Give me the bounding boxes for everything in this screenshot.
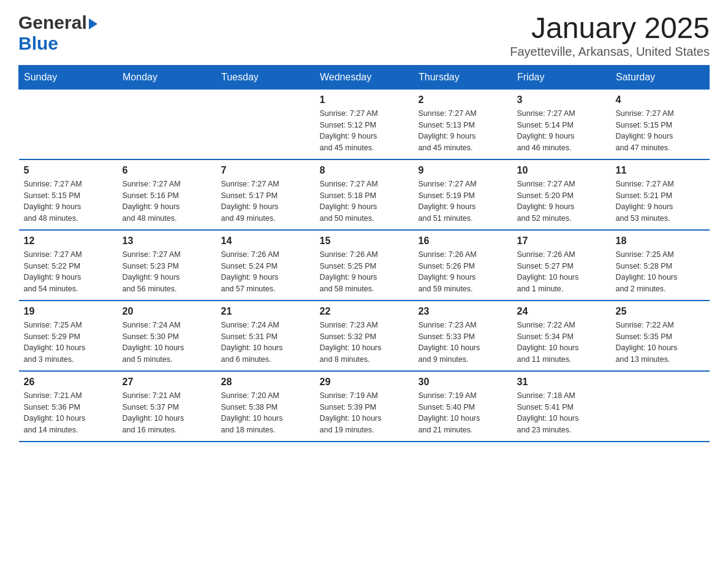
- day-info: Sunrise: 7:27 AM Sunset: 5:17 PM Dayligh…: [221, 178, 310, 224]
- calendar-cell: 15Sunrise: 7:26 AM Sunset: 5:25 PM Dayli…: [315, 230, 414, 301]
- calendar-cell: 7Sunrise: 7:27 AM Sunset: 5:17 PM Daylig…: [216, 159, 315, 230]
- calendar-week-row: 5Sunrise: 7:27 AM Sunset: 5:15 PM Daylig…: [19, 159, 710, 230]
- day-number: 19: [24, 306, 113, 317]
- calendar-cell: [216, 89, 315, 159]
- day-info: Sunrise: 7:27 AM Sunset: 5:14 PM Dayligh…: [517, 108, 606, 154]
- calendar-cell: 6Sunrise: 7:27 AM Sunset: 5:16 PM Daylig…: [118, 159, 216, 230]
- day-of-week-header: Friday: [512, 65, 611, 89]
- day-info: Sunrise: 7:23 AM Sunset: 5:32 PM Dayligh…: [320, 320, 409, 366]
- day-info: Sunrise: 7:25 AM Sunset: 5:28 PM Dayligh…: [616, 249, 705, 295]
- day-number: 24: [517, 306, 606, 317]
- day-number: 12: [24, 236, 113, 247]
- calendar-cell: 14Sunrise: 7:26 AM Sunset: 5:24 PM Dayli…: [216, 230, 315, 301]
- day-number: 13: [123, 236, 211, 247]
- calendar-cell: 3Sunrise: 7:27 AM Sunset: 5:14 PM Daylig…: [512, 89, 611, 159]
- calendar-week-row: 12Sunrise: 7:27 AM Sunset: 5:22 PM Dayli…: [19, 230, 710, 301]
- day-number: 15: [320, 236, 409, 247]
- calendar-cell: 8Sunrise: 7:27 AM Sunset: 5:18 PM Daylig…: [315, 159, 414, 230]
- calendar-subtitle: Fayetteville, Arkansas, United States: [510, 45, 710, 59]
- day-number: 14: [221, 236, 310, 247]
- logo-general-text: General: [18, 12, 87, 33]
- calendar-table: SundayMondayTuesdayWednesdayThursdayFrid…: [18, 65, 710, 442]
- day-number: 6: [123, 165, 211, 176]
- day-info: Sunrise: 7:27 AM Sunset: 5:23 PM Dayligh…: [123, 249, 211, 295]
- day-number: 2: [419, 94, 507, 105]
- day-number: 29: [320, 377, 409, 388]
- calendar-cell: 29Sunrise: 7:19 AM Sunset: 5:39 PM Dayli…: [315, 371, 414, 442]
- day-of-week-header: Monday: [118, 65, 216, 89]
- day-info: Sunrise: 7:27 AM Sunset: 5:16 PM Dayligh…: [123, 178, 211, 224]
- day-info: Sunrise: 7:27 AM Sunset: 5:19 PM Dayligh…: [419, 178, 507, 224]
- day-of-week-header: Thursday: [414, 65, 512, 89]
- calendar-cell: [611, 371, 710, 442]
- calendar-cell: 22Sunrise: 7:23 AM Sunset: 5:32 PM Dayli…: [315, 301, 414, 371]
- day-info: Sunrise: 7:27 AM Sunset: 5:20 PM Dayligh…: [517, 178, 606, 224]
- day-number: 22: [320, 306, 409, 317]
- day-info: Sunrise: 7:27 AM Sunset: 5:15 PM Dayligh…: [616, 108, 705, 154]
- calendar-cell: 11Sunrise: 7:27 AM Sunset: 5:21 PM Dayli…: [611, 159, 710, 230]
- calendar-cell: 23Sunrise: 7:23 AM Sunset: 5:33 PM Dayli…: [414, 301, 512, 371]
- title-block: January 2025 Fayetteville, Arkansas, Uni…: [510, 12, 710, 59]
- calendar-week-row: 19Sunrise: 7:25 AM Sunset: 5:29 PM Dayli…: [19, 301, 710, 371]
- day-info: Sunrise: 7:21 AM Sunset: 5:37 PM Dayligh…: [123, 390, 211, 436]
- day-info: Sunrise: 7:27 AM Sunset: 5:13 PM Dayligh…: [419, 108, 507, 154]
- calendar-header-row: SundayMondayTuesdayWednesdayThursdayFrid…: [19, 65, 710, 89]
- day-number: 30: [419, 377, 507, 388]
- day-number: 31: [517, 377, 606, 388]
- day-number: 9: [419, 165, 507, 176]
- logo-triangle-icon: [89, 18, 97, 29]
- day-info: Sunrise: 7:26 AM Sunset: 5:24 PM Dayligh…: [221, 249, 310, 295]
- day-info: Sunrise: 7:19 AM Sunset: 5:39 PM Dayligh…: [320, 390, 409, 436]
- day-info: Sunrise: 7:26 AM Sunset: 5:25 PM Dayligh…: [320, 249, 409, 295]
- calendar-cell: 30Sunrise: 7:19 AM Sunset: 5:40 PM Dayli…: [414, 371, 512, 442]
- day-number: 3: [517, 94, 606, 105]
- day-info: Sunrise: 7:26 AM Sunset: 5:27 PM Dayligh…: [517, 249, 606, 295]
- day-of-week-header: Wednesday: [315, 65, 414, 89]
- day-number: 18: [616, 236, 705, 247]
- calendar-cell: 17Sunrise: 7:26 AM Sunset: 5:27 PM Dayli…: [512, 230, 611, 301]
- calendar-cell: 28Sunrise: 7:20 AM Sunset: 5:38 PM Dayli…: [216, 371, 315, 442]
- calendar-title: January 2025: [510, 12, 710, 45]
- day-info: Sunrise: 7:19 AM Sunset: 5:40 PM Dayligh…: [419, 390, 507, 436]
- calendar-cell: 26Sunrise: 7:21 AM Sunset: 5:36 PM Dayli…: [19, 371, 118, 442]
- day-info: Sunrise: 7:25 AM Sunset: 5:29 PM Dayligh…: [24, 320, 113, 366]
- day-number: 1: [320, 94, 409, 105]
- day-info: Sunrise: 7:27 AM Sunset: 5:12 PM Dayligh…: [320, 108, 409, 154]
- day-number: 7: [221, 165, 310, 176]
- day-info: Sunrise: 7:27 AM Sunset: 5:21 PM Dayligh…: [616, 178, 705, 224]
- day-number: 5: [24, 165, 113, 176]
- day-info: Sunrise: 7:22 AM Sunset: 5:35 PM Dayligh…: [616, 320, 705, 366]
- calendar-week-row: 1Sunrise: 7:27 AM Sunset: 5:12 PM Daylig…: [19, 89, 710, 159]
- calendar-cell: 9Sunrise: 7:27 AM Sunset: 5:19 PM Daylig…: [414, 159, 512, 230]
- logo-blue-text: Blue: [18, 33, 58, 53]
- calendar-cell: 31Sunrise: 7:18 AM Sunset: 5:41 PM Dayli…: [512, 371, 611, 442]
- day-number: 21: [221, 306, 310, 317]
- calendar-cell: 16Sunrise: 7:26 AM Sunset: 5:26 PM Dayli…: [414, 230, 512, 301]
- day-info: Sunrise: 7:24 AM Sunset: 5:31 PM Dayligh…: [221, 320, 310, 366]
- day-info: Sunrise: 7:20 AM Sunset: 5:38 PM Dayligh…: [221, 390, 310, 436]
- calendar-week-row: 26Sunrise: 7:21 AM Sunset: 5:36 PM Dayli…: [19, 371, 710, 442]
- day-number: 4: [616, 94, 705, 105]
- logo: General Blue: [18, 12, 97, 54]
- day-number: 25: [616, 306, 705, 317]
- day-number: 20: [123, 306, 211, 317]
- day-info: Sunrise: 7:22 AM Sunset: 5:34 PM Dayligh…: [517, 320, 606, 366]
- day-info: Sunrise: 7:23 AM Sunset: 5:33 PM Dayligh…: [419, 320, 507, 366]
- calendar-cell: 27Sunrise: 7:21 AM Sunset: 5:37 PM Dayli…: [118, 371, 216, 442]
- day-info: Sunrise: 7:18 AM Sunset: 5:41 PM Dayligh…: [517, 390, 606, 436]
- calendar-cell: 10Sunrise: 7:27 AM Sunset: 5:20 PM Dayli…: [512, 159, 611, 230]
- page-header: General Blue January 2025 Fayetteville, …: [18, 12, 710, 59]
- day-number: 16: [419, 236, 507, 247]
- calendar-cell: 4Sunrise: 7:27 AM Sunset: 5:15 PM Daylig…: [611, 89, 710, 159]
- day-info: Sunrise: 7:26 AM Sunset: 5:26 PM Dayligh…: [419, 249, 507, 295]
- calendar-cell: 19Sunrise: 7:25 AM Sunset: 5:29 PM Dayli…: [19, 301, 118, 371]
- calendar-cell: 12Sunrise: 7:27 AM Sunset: 5:22 PM Dayli…: [19, 230, 118, 301]
- day-number: 28: [221, 377, 310, 388]
- day-info: Sunrise: 7:27 AM Sunset: 5:15 PM Dayligh…: [24, 178, 113, 224]
- calendar-cell: 13Sunrise: 7:27 AM Sunset: 5:23 PM Dayli…: [118, 230, 216, 301]
- calendar-cell: 18Sunrise: 7:25 AM Sunset: 5:28 PM Dayli…: [611, 230, 710, 301]
- calendar-cell: 25Sunrise: 7:22 AM Sunset: 5:35 PM Dayli…: [611, 301, 710, 371]
- day-info: Sunrise: 7:21 AM Sunset: 5:36 PM Dayligh…: [24, 390, 113, 436]
- day-info: Sunrise: 7:27 AM Sunset: 5:18 PM Dayligh…: [320, 178, 409, 224]
- calendar-cell: [118, 89, 216, 159]
